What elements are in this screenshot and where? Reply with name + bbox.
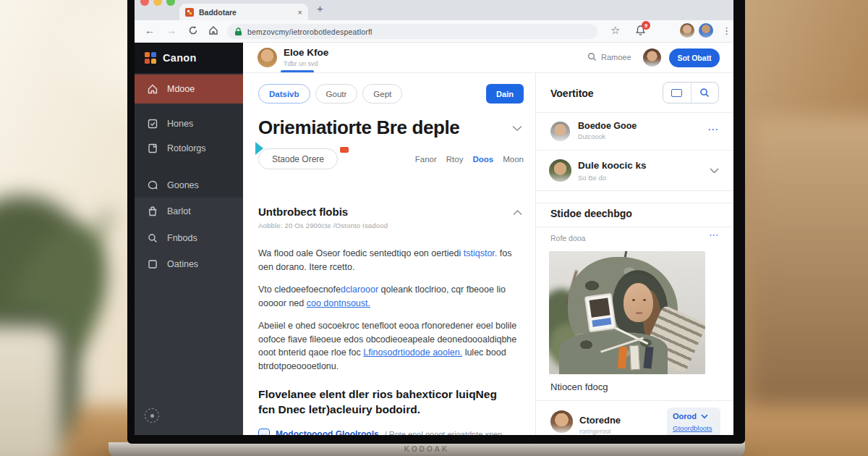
filter-pill-active[interactable]: Datsivb — [258, 84, 310, 104]
paragraph-1: Wa flood oale Oseor foedic sentedtiqo eo… — [258, 247, 517, 274]
product-photo[interactable] — [549, 251, 705, 374]
back-icon[interactable]: ← — [145, 25, 155, 36]
status-pill[interactable]: Staode Orere — [258, 148, 338, 169]
status-alert-badge — [340, 147, 349, 153]
browser-tab[interactable]: Baddotare × — [179, 4, 308, 20]
browser-toolbar: ← → bemzovcmy/ietrorobotledespeatlorfl ☆… — [135, 20, 733, 43]
url-text: bemzovcmy/ietrorobotledespeatlorfl — [247, 28, 373, 36]
profile-avatar-2[interactable] — [699, 23, 713, 38]
sidebar-item-label: Rotolorgs — [167, 143, 206, 153]
search-icon — [147, 232, 158, 244]
laptop-screen: Baddotare × + ← → bemzovcmy/ietrorobotle… — [127, 0, 745, 444]
sidebar-item-label: Oatines — [167, 259, 198, 269]
model-face — [624, 283, 653, 322]
laptop-brand-label: KODOAK — [109, 445, 745, 453]
inline-link[interactable]: dclarooor — [341, 284, 378, 295]
panel-section-title: Stidoe deechbgo — [550, 208, 632, 219]
sidebar-item-goones[interactable]: Goones — [135, 173, 243, 198]
inline-link[interactable]: tstiqstor. — [464, 248, 498, 258]
browser-menu-icon[interactable]: ⋮ — [722, 25, 731, 36]
primary-action-button[interactable]: Dain — [486, 84, 524, 104]
header-search-label: Ramoee — [601, 53, 631, 62]
plant-pot — [0, 326, 61, 456]
notifications-icon[interactable]: 9 — [635, 25, 646, 39]
new-tab-button[interactable]: + — [317, 2, 323, 14]
sidebar-item-fnbods[interactable]: Fnbods — [135, 226, 243, 250]
sidebar-item-label: Hones — [167, 119, 193, 129]
member-row[interactable]: Boedoe Gooe Dutcoook ··· — [536, 113, 733, 151]
member-expand-chevron-icon[interactable] — [710, 164, 719, 177]
scene: KODOAK Baddotare × + ← → — [0, 0, 868, 456]
bottom-card-subtitle: roringeroot — [579, 428, 611, 435]
bottom-card-link[interactable]: Gtoordbloots — [673, 424, 715, 432]
user-avatar[interactable] — [643, 48, 661, 67]
home-icon[interactable] — [208, 25, 218, 38]
bottom-card-dropdown[interactable]: Oorod — [673, 412, 715, 421]
tab-doos[interactable]: Doos — [472, 155, 493, 164]
doc-tabs: Fanor Rtoy Doos Moon — [415, 155, 524, 164]
member-name: Boedoe Gooe — [578, 121, 637, 131]
active-tab-indicator — [281, 70, 314, 72]
app-logo[interactable]: Canon — [135, 43, 243, 73]
profile-avatar-1[interactable] — [680, 23, 694, 38]
settings-gear-icon[interactable] — [145, 408, 159, 423]
footer-link[interactable]: Modoctooood Gloolrools — [276, 429, 379, 435]
sidebar-item-mdooe[interactable]: Mdooe — [135, 75, 243, 104]
panel-header: Voertitoe — [536, 73, 733, 113]
tab-fanor[interactable]: Fanor — [415, 155, 437, 164]
inline-link[interactable]: coo dontnsoust. — [307, 298, 370, 308]
sidebar-item-barlot[interactable]: Barlot — [135, 199, 243, 224]
traffic-light-close-icon[interactable] — [140, 0, 149, 6]
filter-pills: Datsivb Goutr Gept — [258, 84, 524, 104]
inline-link[interactable]: Lfinosodrtiodode aoolen. — [363, 347, 462, 358]
panel-row-more-icon[interactable]: ··· — [710, 232, 719, 240]
sidebar-item-hones[interactable]: Hones — [135, 111, 243, 136]
section-meta: Aobble: 20 Os 2900cte /Ostonto Isadood — [258, 221, 524, 229]
browser-window: Baddotare × + ← → bemzovcmy/ietrorobotle… — [135, 0, 733, 435]
workspace-avatar[interactable] — [258, 48, 277, 67]
member-more-icon[interactable]: ··· — [708, 124, 719, 135]
bottom-card-name: Ctoredne — [579, 415, 621, 426]
chat-icon — [147, 180, 158, 191]
sidebar: Canon Mdooe Hones Rotolorgs — [135, 43, 243, 435]
logo-text: Canon — [163, 52, 197, 64]
bottom-card-actions: Oorod Gtoordbloots — [667, 408, 720, 435]
forward-icon[interactable]: → — [166, 25, 176, 36]
traffic-light-zoom-icon[interactable] — [166, 0, 175, 6]
bookmark-star-icon[interactable]: ☆ — [610, 24, 620, 37]
sidebar-item-oatines[interactable]: Oatines — [135, 252, 243, 276]
member-row[interactable]: Dule koocic ks So Be do — [536, 151, 733, 191]
notification-badge: 9 — [642, 21, 650, 30]
book-icon — [147, 143, 158, 154]
header-cta-button[interactable]: Sot Obatt — [669, 48, 720, 67]
member-avatar — [550, 122, 570, 141]
square-icon — [147, 258, 158, 270]
footer-suffix: / Rote enol ooogt erioatdnte xnen — [385, 430, 503, 435]
address-bar[interactable]: bemzovcmy/ietrorobotledespeatlorfl — [227, 24, 597, 39]
header-search[interactable]: Ramoee — [587, 52, 631, 62]
filter-pill[interactable]: Gept — [362, 84, 402, 104]
search-button[interactable] — [691, 83, 719, 103]
page-title: Oriemiatiorte Bre deple — [258, 117, 459, 139]
status-pill-label: Staode Orere — [272, 154, 324, 164]
filter-pill[interactable]: Goutr — [315, 84, 358, 104]
padlock-icon — [234, 28, 242, 36]
view-toggle — [663, 82, 719, 104]
traffic-light-minimize-icon[interactable] — [153, 0, 162, 6]
bottom-card-avatar — [550, 410, 573, 433]
chat-square-icon — [258, 428, 270, 435]
article-footer: Modoctooood Gloolrools / Rote enol ooogt… — [258, 428, 524, 435]
sidebar-item-rotolorgs[interactable]: Rotolorgs — [135, 136, 243, 161]
tab-rtoy[interactable]: Rtoy — [446, 155, 464, 164]
rectangle-icon — [671, 89, 682, 97]
tab-close-icon[interactable]: × — [298, 8, 302, 17]
reload-icon[interactable] — [188, 25, 198, 38]
title-chevron-down-icon[interactable] — [512, 122, 522, 135]
member-name: Dule koocic ks — [578, 160, 647, 171]
grid-view-button[interactable] — [663, 83, 691, 103]
tab-moon[interactable]: Moon — [503, 155, 524, 164]
sidebar-item-label: Mdooe — [167, 84, 195, 94]
right-panel: Voertitoe Boedoe Gooe — [535, 73, 733, 435]
section-collapse-chevron-up-icon[interactable] — [513, 206, 522, 219]
article-body: Wa flood oale Oseor foedic sentedtiqo eo… — [258, 247, 517, 373]
